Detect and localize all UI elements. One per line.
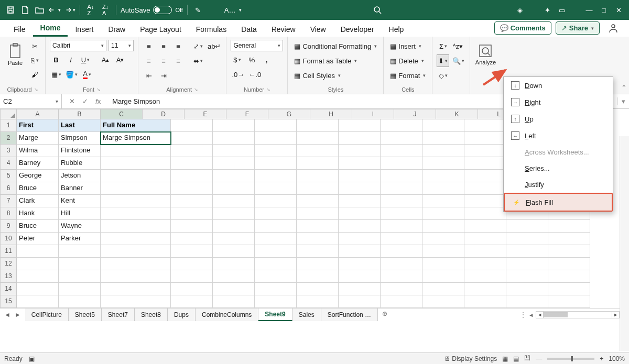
cell[interactable]: [101, 157, 171, 170]
cell[interactable]: [548, 295, 590, 308]
cell[interactable]: [464, 233, 506, 245]
cell[interactable]: [213, 207, 255, 220]
row-head[interactable]: 10: [0, 233, 17, 245]
format-as-table-button[interactable]: ▦ Format as Table▾: [292, 54, 359, 67]
cell[interactable]: [339, 195, 381, 207]
cell[interactable]: Marge Simpson: [101, 132, 171, 145]
cell[interactable]: [255, 270, 297, 283]
cell[interactable]: [464, 145, 506, 157]
sheet-tab[interactable]: CellPicture: [25, 308, 69, 321]
cell[interactable]: [101, 195, 171, 207]
cell[interactable]: Last: [59, 119, 101, 132]
row-head[interactable]: 8: [0, 207, 17, 220]
cut-button[interactable]: ✂: [28, 40, 41, 52]
sheet-nav-next[interactable]: ►: [15, 311, 21, 318]
cell[interactable]: [339, 220, 381, 233]
select-all-corner[interactable]: [0, 109, 17, 119]
close-button[interactable]: ✕: [612, 4, 625, 16]
decrease-decimal-button[interactable]: ←.0: [247, 68, 262, 81]
function-icon[interactable]: fx: [95, 97, 101, 105]
cell[interactable]: Barney: [17, 157, 59, 170]
col-head[interactable]: J: [394, 109, 436, 119]
cell[interactable]: [171, 195, 213, 207]
cell[interactable]: [255, 195, 297, 207]
cell[interactable]: [297, 207, 339, 220]
cell[interactable]: [297, 233, 339, 245]
zoom-level[interactable]: 100%: [609, 355, 625, 362]
quickaccess-icon[interactable]: ✦: [541, 4, 554, 16]
percent-button[interactable]: %: [245, 53, 258, 66]
fill-series-item[interactable]: Series...: [504, 160, 613, 177]
tab-view[interactable]: View: [303, 22, 333, 37]
cell[interactable]: [548, 283, 590, 295]
sheet-tab[interactable]: Dups: [168, 308, 196, 321]
col-head[interactable]: A: [17, 109, 59, 119]
tab-home[interactable]: Home: [33, 20, 68, 37]
sheet-tab[interactable]: CombineColumns: [196, 308, 258, 321]
ribbon-mode-icon[interactable]: ▭: [556, 4, 568, 16]
merge-button[interactable]: ⬌▾: [192, 54, 204, 67]
cell[interactable]: [101, 295, 171, 308]
orientation-button[interactable]: ⤢▾: [192, 40, 204, 52]
autosave-toggle[interactable]: AutoSave Off: [121, 6, 183, 14]
cell[interactable]: [255, 233, 297, 245]
cell[interactable]: [464, 295, 506, 308]
cell[interactable]: [381, 207, 422, 220]
cell[interactable]: [59, 270, 101, 283]
cell[interactable]: [255, 170, 297, 182]
copy-button[interactable]: ⎘▾: [28, 54, 41, 67]
cell[interactable]: [339, 145, 381, 157]
cell[interactable]: [255, 220, 297, 233]
tab-draw[interactable]: Draw: [101, 22, 133, 37]
name-box[interactable]: C2 ▾: [0, 94, 62, 108]
font-name-combo[interactable]: Calibri▾: [50, 40, 106, 51]
sheet-tab[interactable]: Sales: [292, 308, 321, 321]
cell[interactable]: [59, 283, 101, 295]
align-middle-button[interactable]: ≡: [157, 40, 170, 52]
cell[interactable]: [297, 170, 339, 182]
cell[interactable]: Parker: [59, 233, 101, 245]
cell[interactable]: [381, 245, 422, 258]
cell[interactable]: [339, 245, 381, 258]
cell[interactable]: [381, 157, 422, 170]
cell[interactable]: [101, 270, 171, 283]
cell[interactable]: [17, 283, 59, 295]
align-right-button[interactable]: ≡: [172, 54, 185, 67]
paste-button[interactable]: Paste: [4, 40, 26, 69]
cell[interactable]: [422, 119, 464, 132]
cell[interactable]: [297, 258, 339, 270]
cell[interactable]: [171, 283, 213, 295]
cell[interactable]: [422, 182, 464, 195]
cell[interactable]: [548, 258, 590, 270]
cell[interactable]: [213, 119, 255, 132]
cell[interactable]: [381, 182, 422, 195]
cell[interactable]: [59, 258, 101, 270]
cell[interactable]: [213, 270, 255, 283]
cell[interactable]: [381, 295, 422, 308]
find-select-button[interactable]: 🔍▾: [451, 54, 465, 67]
cell[interactable]: [171, 182, 213, 195]
cell[interactable]: Jetson: [59, 170, 101, 182]
cell[interactable]: [381, 170, 422, 182]
vertical-scrollbar[interactable]: [620, 136, 629, 351]
cell[interactable]: [255, 283, 297, 295]
cell[interactable]: [339, 157, 381, 170]
cell[interactable]: Full Name: [101, 119, 171, 132]
cell[interactable]: [464, 195, 506, 207]
cell[interactable]: Flintstone: [59, 145, 101, 157]
row-head[interactable]: 1: [0, 119, 17, 132]
tab-review[interactable]: Review: [264, 22, 303, 37]
col-head[interactable]: D: [143, 109, 185, 119]
cell[interactable]: [506, 270, 548, 283]
fill-color-button[interactable]: 🪣▾: [64, 68, 79, 81]
zoom-in-button[interactable]: +: [600, 355, 603, 362]
align-center-button[interactable]: ≡: [157, 54, 170, 67]
tab-formulas[interactable]: Formulas: [189, 22, 234, 37]
cell[interactable]: [213, 170, 255, 182]
cell[interactable]: [506, 295, 548, 308]
cell[interactable]: [213, 295, 255, 308]
cell[interactable]: Hank: [17, 207, 59, 220]
cell[interactable]: [297, 283, 339, 295]
cell[interactable]: [464, 182, 506, 195]
collapse-ribbon-icon[interactable]: ⌃: [621, 84, 627, 92]
